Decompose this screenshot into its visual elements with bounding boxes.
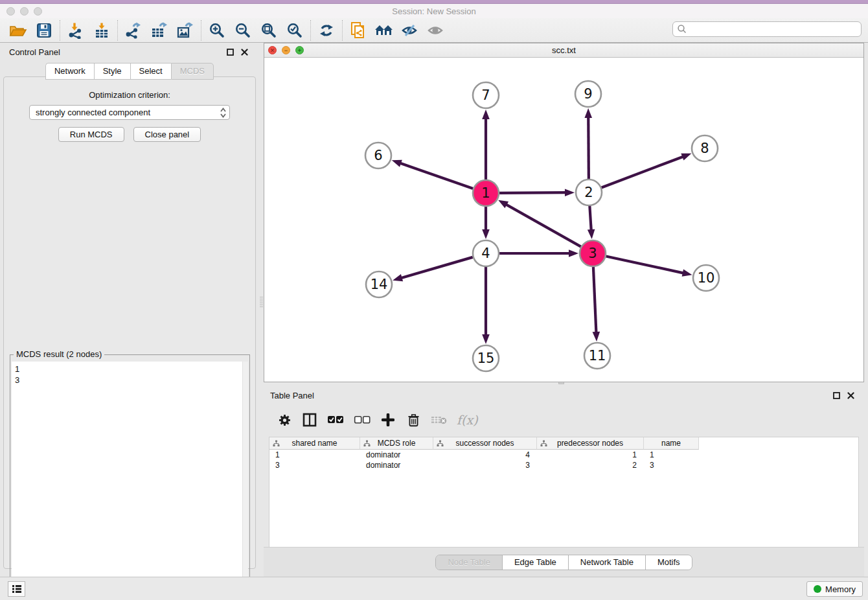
tab-network-table[interactable]: Network Table [569, 555, 646, 570]
graph-node-10[interactable]: 10 [693, 265, 719, 291]
tab-network[interactable]: Network [45, 63, 94, 80]
import-table-icon[interactable] [89, 20, 115, 41]
graph-node-6[interactable]: 6 [365, 143, 391, 168]
cell-predecessor-nodes[interactable]: 2 [537, 461, 644, 470]
select-all-rows-icon[interactable] [327, 411, 344, 428]
cell-shared-name[interactable]: 3 [269, 461, 360, 470]
graph-node-14[interactable]: 14 [366, 271, 392, 297]
criterion-value: strongly connected component [36, 108, 150, 117]
graph-node-11[interactable]: 11 [584, 343, 610, 369]
svg-text:4: 4 [481, 246, 490, 261]
column-header-successor-nodes[interactable]: successor nodes [433, 437, 537, 450]
graph-node-1[interactable]: 1 [473, 180, 499, 206]
run-mcds-button[interactable]: Run MCDS [58, 127, 124, 142]
show-all-icon[interactable] [423, 20, 449, 41]
table-row[interactable]: 3 dominator 3 2 3 [269, 460, 858, 470]
graph-node-3[interactable]: 3 [580, 240, 606, 266]
vertical-splitter[interactable] [259, 43, 264, 577]
tab-mcds[interactable]: MCDS [171, 63, 214, 80]
graph-node-8[interactable]: 8 [692, 135, 718, 161]
tab-style[interactable]: Style [94, 63, 130, 80]
network-graph[interactable]: 1234678910111415 [264, 58, 863, 382]
save-session-icon[interactable] [31, 20, 57, 41]
export-image-icon[interactable] [172, 20, 198, 41]
tab-node-table[interactable]: Node Table [436, 555, 503, 570]
close-panel-icon[interactable] [238, 47, 250, 57]
table-row[interactable]: 1 dominator 4 1 1 [269, 450, 858, 460]
cell-shared-name[interactable]: 1 [269, 450, 360, 459]
result-scrollbar[interactable] [242, 362, 248, 597]
graph-node-15[interactable]: 15 [473, 345, 499, 371]
float-panel-icon[interactable] [830, 390, 842, 400]
tab-motifs[interactable]: Motifs [646, 555, 692, 570]
window-title: Session: New Session [0, 6, 868, 16]
delete-table-icon[interactable] [431, 411, 447, 428]
close-panel-button[interactable]: Close panel [133, 127, 201, 142]
column-header-predecessor-nodes[interactable]: predecessor nodes [537, 437, 644, 450]
first-neighbors-icon[interactable] [371, 20, 397, 41]
mcds-result-textarea[interactable]: 1 3 [12, 362, 248, 597]
graph-edge-3-11[interactable] [593, 267, 597, 333]
graph-edge-2-3[interactable] [589, 206, 591, 231]
cell-mcds-role[interactable]: dominator [360, 461, 433, 470]
function-builder-icon[interactable]: f(x) [457, 411, 478, 428]
zoom-selected-icon[interactable] [282, 20, 308, 41]
hide-selected-icon[interactable] [397, 20, 423, 41]
cell-predecessor-nodes[interactable]: 1 [537, 450, 644, 459]
float-panel-icon[interactable] [224, 47, 236, 57]
graph-node-4[interactable]: 4 [473, 240, 499, 266]
graph-edge-arrowhead [482, 229, 490, 239]
column-header-shared-name[interactable]: shared name [269, 437, 360, 450]
tab-select[interactable]: Select [130, 63, 171, 80]
search-icon [677, 24, 687, 34]
zoom-fit-icon[interactable] [256, 20, 282, 41]
svg-text:8: 8 [700, 141, 709, 156]
cell-successor-nodes[interactable]: 3 [433, 461, 537, 470]
refresh-view-icon[interactable] [314, 20, 339, 41]
cell-successor-nodes[interactable]: 4 [433, 450, 537, 459]
task-history-button[interactable] [8, 581, 25, 597]
search-input[interactable] [687, 23, 861, 36]
graph-edge-1-2[interactable] [499, 192, 566, 193]
tab-edge-table[interactable]: Edge Table [503, 555, 569, 570]
import-network-icon[interactable] [63, 20, 89, 41]
zoom-in-icon[interactable] [204, 20, 230, 41]
export-network-icon[interactable] [120, 20, 146, 41]
result-line: 1 [15, 363, 245, 375]
cell-name[interactable]: 1 [644, 450, 699, 459]
mcds-panel: Optimization criterion: strongly connect… [3, 76, 256, 569]
export-table-icon[interactable] [146, 20, 172, 41]
search-box[interactable] [672, 21, 862, 37]
delete-row-icon[interactable] [405, 411, 421, 428]
graph-edge-arrowhead [482, 334, 490, 344]
open-session-icon[interactable] [5, 20, 31, 41]
graph-node-2[interactable]: 2 [576, 179, 602, 205]
graph-edge-1-6[interactable] [400, 163, 473, 189]
table-tabs-band: Node Table Edge Table Network Table Moti… [264, 547, 864, 577]
close-panel-icon[interactable] [845, 390, 856, 400]
graph-node-7[interactable]: 7 [473, 82, 499, 108]
criterion-select[interactable]: strongly connected component [29, 105, 230, 120]
column-header-mcds-role[interactable]: MCDS role [360, 437, 433, 450]
control-panel-tabs: Network Style Select MCDS [0, 63, 259, 80]
graph-node-9[interactable]: 9 [575, 81, 601, 107]
deselect-all-rows-icon[interactable] [354, 411, 371, 428]
cell-name[interactable]: 3 [644, 461, 699, 470]
add-row-icon[interactable] [380, 411, 396, 428]
graph-edge-2-9[interactable] [588, 117, 589, 179]
graph-edge-3-1[interactable] [505, 204, 580, 247]
table-header-row: shared name MCDS role successor nodes pr… [269, 437, 858, 450]
memory-button[interactable]: Memory [806, 581, 863, 597]
column-manager-icon[interactable] [302, 411, 317, 428]
graph-edge-3-10[interactable] [606, 256, 684, 273]
graph-edge-4-14[interactable] [401, 257, 473, 278]
column-type-icon [363, 440, 371, 447]
table-options-icon[interactable] [277, 411, 292, 428]
graph-edge-2-8[interactable] [602, 156, 684, 187]
column-header-name[interactable]: name [644, 437, 699, 450]
cell-mcds-role[interactable]: dominator [360, 450, 433, 459]
zoom-out-icon[interactable] [230, 20, 256, 41]
node-table: shared name MCDS role successor nodes pr… [269, 437, 859, 547]
clone-network-icon[interactable] [345, 20, 371, 41]
graph-edge-arrowhead [569, 249, 578, 257]
